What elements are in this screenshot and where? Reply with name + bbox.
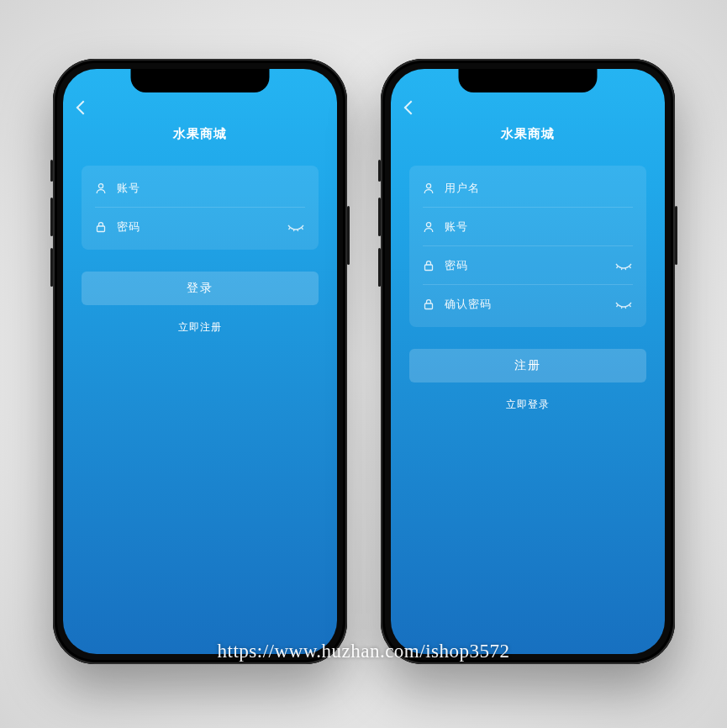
- password-field[interactable]: 密码: [95, 208, 305, 246]
- user-icon: [423, 182, 435, 194]
- confirm-password-field[interactable]: 确认密码: [423, 285, 633, 324]
- svg-rect-4: [424, 265, 432, 271]
- svg-rect-5: [424, 303, 432, 309]
- user-icon: [423, 221, 435, 233]
- register-form: 用户名 账号 密码 确认密码: [409, 166, 646, 327]
- side-button: [50, 198, 53, 236]
- login-button-label: 登录: [187, 281, 213, 296]
- svg-rect-1: [97, 226, 104, 232]
- device-notch: [458, 69, 597, 92]
- svg-point-3: [426, 222, 430, 226]
- back-icon[interactable]: [76, 101, 90, 115]
- side-button: [347, 206, 350, 265]
- eye-closed-icon[interactable]: [287, 221, 305, 233]
- phone-mockup-login: 水果商城 账号 密码 登录 立即注册: [53, 59, 347, 664]
- register-screen: 水果商城 用户名 账号 密码: [391, 69, 665, 654]
- device-notch: [130, 69, 269, 92]
- side-button: [50, 248, 53, 287]
- goto-login-link[interactable]: 立即登录: [391, 398, 665, 412]
- eye-closed-icon[interactable]: [614, 260, 633, 272]
- side-button: [50, 160, 53, 182]
- username-field[interactable]: 用户名: [423, 169, 633, 208]
- account-label: 账号: [117, 181, 305, 196]
- account-field[interactable]: 账号: [423, 208, 633, 246]
- password-label: 密码: [445, 258, 604, 273]
- side-button: [378, 248, 381, 287]
- password-label: 密码: [117, 219, 277, 235]
- confirm-password-label: 确认密码: [445, 297, 604, 312]
- side-button: [675, 206, 677, 265]
- username-label: 用户名: [445, 181, 633, 196]
- user-icon: [95, 182, 107, 194]
- login-screen: 水果商城 账号 密码 登录 立即注册: [63, 69, 337, 654]
- account-label: 账号: [445, 219, 633, 235]
- register-button[interactable]: 注册: [409, 349, 646, 382]
- side-button: [378, 160, 381, 182]
- side-button: [378, 198, 381, 236]
- login-button[interactable]: 登录: [82, 272, 319, 305]
- lock-icon: [423, 260, 435, 272]
- account-field[interactable]: 账号: [95, 169, 305, 208]
- eye-closed-icon[interactable]: [614, 298, 633, 310]
- back-icon[interactable]: [403, 101, 418, 115]
- goto-register-link[interactable]: 立即注册: [63, 320, 337, 335]
- login-form: 账号 密码: [82, 166, 319, 250]
- phone-mockup-register: 水果商城 用户名 账号 密码: [381, 59, 675, 664]
- password-field[interactable]: 密码: [423, 246, 633, 285]
- register-button-label: 注册: [514, 358, 541, 373]
- lock-icon: [423, 298, 435, 310]
- svg-point-0: [98, 183, 103, 187]
- svg-point-2: [426, 183, 430, 187]
- lock-icon: [95, 221, 107, 233]
